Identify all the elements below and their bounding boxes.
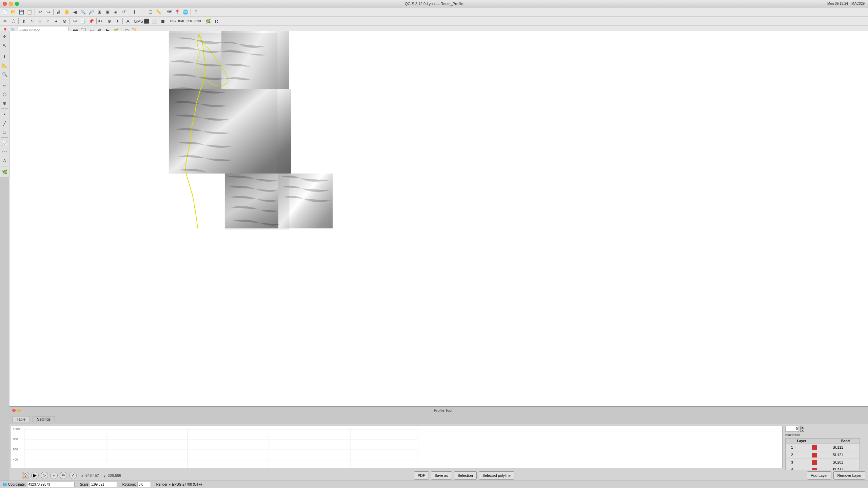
measure-btn[interactable]: 📏 [155, 8, 162, 16]
undo-btn[interactable]: ↩ [36, 8, 44, 16]
deselect-btn[interactable]: ☐ [147, 8, 154, 16]
contour-tool[interactable]: 〰 [1, 148, 9, 156]
statusbar: 🌐 Coordinate: Scale Rotation: Render ● E… [0, 481, 868, 488]
chart-area: 1000 800 600 400 200 0 [11, 426, 783, 468]
simplify-btn[interactable]: ▽ [36, 17, 44, 25]
zoom-extent-btn[interactable]: ⊞ [96, 8, 103, 16]
plugin1-btn[interactable]: ⬛ [143, 17, 150, 25]
identify-tool[interactable]: ℹ [1, 53, 9, 61]
move-feature-btn[interactable]: ⬆ [20, 17, 27, 25]
zoom-selection-btn[interactable]: ◈ [112, 8, 119, 16]
add-btn[interactable]: + [50, 472, 58, 479]
minimize-button[interactable] [9, 2, 13, 6]
rotation-value[interactable] [137, 482, 151, 487]
zoom-in-btn[interactable]: 🔍 [79, 8, 87, 16]
fill-ring-btn[interactable]: ● [53, 17, 60, 25]
redo-btn[interactable]: ↪ [44, 8, 52, 16]
check-btn[interactable]: ✓ [69, 472, 77, 479]
kml-btn[interactable]: KML [178, 17, 185, 25]
add-layer-btn[interactable]: Add Layer [807, 471, 831, 480]
coord-x: x=548.457 [81, 473, 99, 477]
selected-polyline-btn[interactable]: Selected polyline [479, 471, 514, 480]
max-spin-down[interactable]: ▼ [800, 429, 804, 432]
next-btn[interactable]: ▷ [41, 472, 48, 479]
tab-table[interactable]: Table [12, 416, 30, 422]
grass-tool[interactable]: 🌿 [1, 168, 9, 176]
edit-profile-btn[interactable]: ✏ [60, 472, 67, 479]
coord-y: y=306.596 [104, 473, 121, 477]
help-btn[interactable]: ? [192, 8, 200, 16]
refresh-btn[interactable]: ↺ [120, 8, 127, 16]
profile-tool[interactable]: 📈 [1, 139, 9, 147]
cut-features-btn[interactable]: ✂ [71, 17, 79, 25]
save-as-btn[interactable]: 📋 [26, 8, 33, 16]
r-btn[interactable]: R [213, 17, 220, 25]
map-canvas[interactable] [9, 31, 868, 406]
close-button[interactable] [3, 2, 7, 6]
add-wms-btn[interactable]: 🌐 [182, 8, 189, 16]
rotate-btn[interactable]: ↻ [28, 17, 36, 25]
grass-btn[interactable]: 🌿 [204, 17, 212, 25]
window-controls[interactable] [3, 2, 19, 6]
label-tool[interactable]: A [1, 157, 9, 165]
profile-minimize-btn[interactable] [17, 409, 21, 412]
digitize-line-tool[interactable]: ╱ [1, 119, 9, 127]
save-as-btn[interactable]: Save as [431, 471, 452, 480]
delete-ring-btn[interactable]: ⊘ [61, 17, 68, 25]
node-tool[interactable]: ⬡ [1, 90, 9, 98]
zoom-out-btn[interactable]: 🔎 [87, 8, 95, 16]
label-btn[interactable]: A [124, 17, 132, 25]
edit-tool[interactable]: ✏ [1, 81, 9, 89]
snap-btn[interactable]: ⊕ [105, 17, 113, 25]
gpx-btn[interactable]: GPS [135, 17, 142, 25]
digitize-poly-tool[interactable]: ◻ [1, 128, 9, 136]
layer-row-3: 3 SU20 1 [786, 459, 860, 466]
add-ring-btn[interactable]: ○ [44, 17, 52, 25]
sep9 [104, 18, 104, 24]
add-vector-btn[interactable]: 📍 [174, 8, 181, 16]
pdf-export-btn[interactable]: PDF [414, 471, 429, 480]
zoom-tool[interactable]: 🔍 [1, 70, 9, 78]
profile-window-controls[interactable] [12, 409, 21, 412]
measure-tool[interactable]: 📐 [1, 61, 9, 69]
max-spin-up[interactable]: ▲ [800, 426, 804, 429]
lt-sep1 [1, 51, 8, 51]
edit-btn[interactable]: ✏ [1, 17, 9, 25]
status-coordinate: 🌐 Coordinate: [3, 482, 75, 487]
pan-btn[interactable]: ✋ [63, 8, 71, 16]
png-btn[interactable]: PNG [194, 17, 201, 25]
selection-btn[interactable]: Selection [454, 471, 477, 480]
add-raster-btn[interactable]: 🗺 [165, 8, 173, 16]
print-btn[interactable]: 🖨 [55, 8, 62, 16]
pan-left-btn[interactable]: ◀ [71, 8, 79, 16]
coordinate-value[interactable] [27, 482, 75, 487]
profile-close-btn[interactable] [12, 409, 16, 412]
paste-features-btn[interactable]: 📌 [87, 17, 95, 25]
select-btn[interactable]: ⬚ [139, 8, 146, 16]
pdf-btn[interactable]: PDF [186, 17, 193, 25]
toolbar-row-1: 📄 📂 💾 📋 ↩ ↪ 🖨 ✋ ◀ 🔍 🔎 ⊞ ▣ ◈ ↺ ℹ ⬚ ☐ 📏 🗺 … [0, 7, 868, 17]
open-project-btn[interactable]: 📂 [9, 8, 17, 16]
node-btn[interactable]: ⬡ [9, 17, 17, 25]
pan-map-tool[interactable]: ✛ [1, 33, 9, 41]
new-project-btn[interactable]: 📄 [1, 8, 9, 16]
plugin3-btn[interactable]: ◼ [159, 17, 166, 25]
terrain-tile-middle [169, 89, 291, 174]
digitize-btn[interactable]: ✦ [114, 17, 121, 25]
max-value-input[interactable] [785, 426, 799, 432]
maximize-button[interactable] [15, 2, 19, 6]
zoom-layer-btn[interactable]: ▣ [104, 8, 111, 16]
move-tool[interactable]: ⊕ [1, 99, 9, 107]
scale-value[interactable] [90, 482, 117, 487]
select-tool[interactable]: ↖ [1, 41, 9, 49]
tab-settings[interactable]: Settings [33, 416, 55, 422]
remove-layer-btn[interactable]: Remove Layer [833, 471, 865, 480]
csv-btn[interactable]: CSV [170, 17, 177, 25]
save-project-btn[interactable]: 💾 [18, 8, 25, 16]
home-btn[interactable]: 🏠 [22, 472, 29, 479]
copy-features-btn[interactable]: 📑 [79, 17, 87, 25]
plugin2-btn[interactable]: ⬜ [151, 17, 158, 25]
digitize-point-tool[interactable]: • [1, 110, 9, 118]
play-btn[interactable]: ▶ [31, 472, 39, 479]
identify-btn[interactable]: ℹ [131, 8, 138, 16]
